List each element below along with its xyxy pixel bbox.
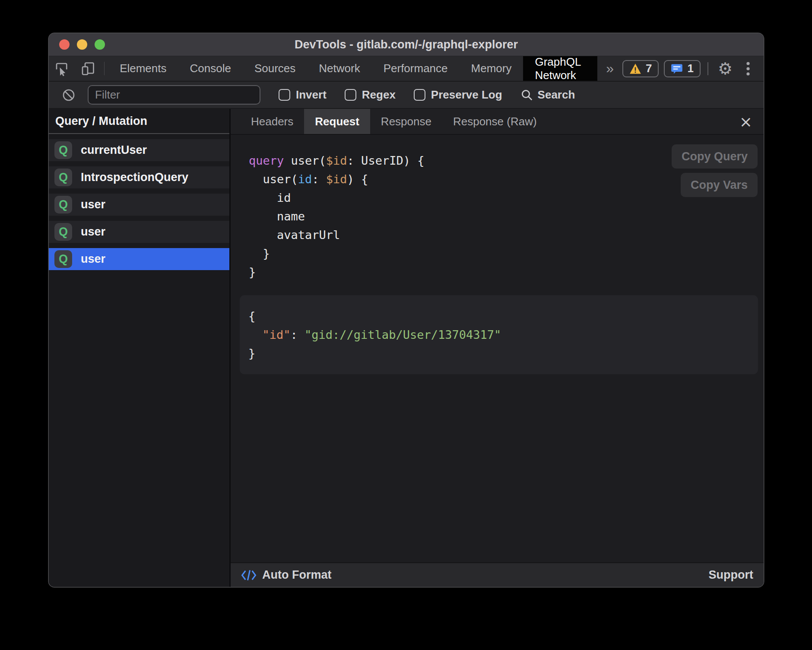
auto-format-label: Auto Format: [262, 568, 331, 582]
list-item-currentuser[interactable]: Q currentUser: [49, 139, 229, 161]
issues-badge[interactable]: 1: [664, 60, 700, 77]
tab-response-raw[interactable]: Response (Raw): [442, 109, 548, 134]
zoom-window-button[interactable]: [95, 39, 105, 50]
message-bubble-icon: [671, 63, 683, 74]
list-item-label: user: [81, 225, 105, 239]
window-title: DevTools - gitlab.com/-/graphql-explorer: [295, 38, 518, 51]
preserve-log-checkbox-group[interactable]: Preserve Log: [414, 88, 502, 102]
search-icon: [520, 89, 533, 102]
list-item-label: user: [81, 198, 105, 211]
issues-count: 1: [687, 62, 693, 75]
query-type-badge: Q: [54, 223, 72, 241]
copy-query-button[interactable]: Copy Query: [672, 144, 758, 169]
list-item-label: user: [81, 252, 105, 266]
preserve-log-label: Preserve Log: [431, 88, 502, 102]
traffic-lights: [59, 33, 105, 56]
devtools-window: DevTools - gitlab.com/-/graphql-explorer…: [49, 33, 764, 587]
close-detail-icon[interactable]: ×: [728, 109, 764, 134]
search-label: Search: [538, 88, 575, 102]
tab-memory[interactable]: Memory: [460, 56, 523, 81]
warnings-badge[interactable]: 7: [622, 60, 659, 77]
query-type-badge: Q: [54, 196, 72, 213]
settings-gear-icon[interactable]: ⚙: [715, 59, 735, 78]
minimize-window-button[interactable]: [77, 39, 87, 50]
tab-request[interactable]: Request: [304, 109, 370, 134]
query-type-badge: Q: [54, 169, 72, 186]
list-item-user-1[interactable]: Q user: [49, 194, 229, 216]
tab-performance[interactable]: Performance: [372, 56, 460, 81]
regex-checkbox-group[interactable]: Regex: [345, 88, 396, 102]
list-item-user-2[interactable]: Q user: [49, 221, 229, 243]
invert-checkbox-group[interactable]: Invert: [279, 88, 327, 102]
query-list-panel: Query / Mutation Q currentUser Q Introsp…: [49, 109, 231, 587]
query-type-badge: Q: [54, 141, 72, 159]
list-item-label: IntrospectionQuery: [81, 171, 188, 184]
regex-checkbox[interactable]: [345, 89, 356, 101]
warning-count: 7: [646, 62, 652, 75]
auto-format-button[interactable]: Auto Format: [241, 568, 331, 582]
query-list-header: Query / Mutation: [49, 109, 229, 134]
tab-sources[interactable]: Sources: [243, 56, 307, 81]
detail-footer: Auto Format Support: [231, 562, 764, 587]
search-button[interactable]: Search: [520, 88, 575, 102]
toolbar-separator: [104, 62, 105, 75]
request-content: query user($id: UserID) { user(id: $id) …: [231, 135, 764, 562]
tab-graphql-network[interactable]: GraphQL Network: [523, 56, 597, 81]
main-split: Query / Mutation Q currentUser Q Introsp…: [49, 109, 764, 587]
toolbar-right-cluster: 7 1 ⚙: [622, 56, 764, 81]
more-tabs-chevron-icon[interactable]: »: [597, 56, 622, 81]
filter-input[interactable]: [88, 85, 260, 105]
filter-bar: Invert Regex Preserve Log Search: [49, 82, 764, 109]
detail-tabbar: Headers Request Response Response (Raw) …: [231, 109, 764, 135]
warning-triangle-icon: [629, 63, 641, 74]
code-brackets-icon: [241, 569, 257, 582]
list-item-label: currentUser: [81, 143, 147, 157]
copy-vars-button[interactable]: Copy Vars: [681, 173, 758, 197]
tab-headers[interactable]: Headers: [240, 109, 304, 134]
toolbar-separator: [707, 62, 708, 75]
tab-network[interactable]: Network: [307, 56, 371, 81]
devtools-tabbar: Elements Console Sources Network Perform…: [49, 56, 764, 82]
titlebar: DevTools - gitlab.com/-/graphql-explorer: [49, 33, 764, 56]
list-item-user-3-selected[interactable]: Q user: [49, 248, 229, 270]
tab-response[interactable]: Response: [370, 109, 442, 134]
invert-checkbox[interactable]: [279, 89, 290, 101]
kebab-menu-icon[interactable]: [740, 61, 756, 76]
clear-block-icon[interactable]: [57, 88, 81, 102]
tab-console[interactable]: Console: [178, 56, 243, 81]
preserve-log-checkbox[interactable]: [414, 89, 425, 101]
regex-label: Regex: [362, 88, 396, 102]
request-variables-box: { "id": "gid://gitlab/User/13704317"}: [240, 295, 758, 374]
query-type-badge: Q: [54, 250, 72, 268]
query-list: Q currentUser Q IntrospectionQuery Q use…: [49, 134, 229, 275]
support-link[interactable]: Support: [709, 568, 753, 582]
device-toolbar-icon[interactable]: [75, 56, 101, 81]
invert-label: Invert: [296, 88, 327, 102]
close-window-button[interactable]: [59, 39, 70, 50]
list-item-introspectionquery[interactable]: Q IntrospectionQuery: [49, 166, 229, 188]
tab-elements[interactable]: Elements: [108, 56, 178, 81]
inspect-element-icon[interactable]: [49, 56, 75, 81]
detail-panel: Headers Request Response Response (Raw) …: [231, 109, 764, 587]
